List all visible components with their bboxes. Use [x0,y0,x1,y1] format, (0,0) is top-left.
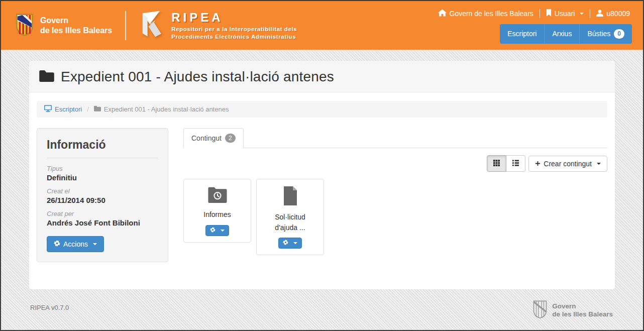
bookmark-icon [546,9,552,18]
header-divider [125,11,126,40]
app-name: RIPEA [171,11,297,25]
nav-busties[interactable]: Bústies 0 [579,24,632,43]
footer-govern-text: Govern de les Illes Balears [552,302,613,318]
govern-name-line2: de les Illes Balears [40,26,112,36]
gear-icon [210,227,216,234]
nav-escriptori-label: Escriptori [507,30,536,38]
app-subtitle-line2: Procediments Electrónics Administratius [171,33,297,41]
field-label-creat-el: Creat el [47,187,158,195]
page-title-strip: Expedient 001 - Ajudes instal·lació ante… [29,61,615,92]
info-panel-title: Informació [47,138,158,152]
caret-down-icon [293,242,297,244]
content-item-informes-label: Informes [190,209,245,219]
content-column: Contingut 2 [183,128,607,262]
link-govern-home-label: Govern de les Illes Balears [450,10,533,18]
gear-icon [283,240,288,247]
balearic-coat-of-arms-icon [15,13,34,38]
page-footer: RIPEA v0.7.0 Govern [29,289,615,321]
info-column: Informació Tipus Definitiu Creat el 26/1… [37,128,168,262]
crear-contingut-label: Crear contingut [544,160,592,168]
content-item-sollicitud-label: Sol·licitud d'ajuda ... [263,212,317,233]
informes-actions-button[interactable] [205,225,229,236]
tab-contingut-count-badge: 2 [225,134,236,143]
nav-busties-label: Bústies [587,30,610,38]
content-items: Informes [183,179,607,255]
govern-brand-text: Govern de les Illes Balears [40,16,112,36]
busties-count-badge: 0 [614,29,624,38]
nav-arxius-label: Arxius [552,30,572,38]
app-subtitle: Repositori per a la Interoperatibilitat … [171,26,297,41]
caret-down-icon [221,230,225,232]
field-label-tipus: Tipus [47,165,158,172]
govern-name-line1: Govern [40,16,112,26]
ripea-brand-text: RIPEA Repositori per a la Interoperatibi… [171,11,297,41]
caret-down-icon [597,163,601,165]
main-area: Expedient 001 - Ajudes instal·lació ante… [1,50,643,321]
header-right: Govern de les Illes Balears Usuari u8000… [438,7,632,43]
breadcrumb-escriptori[interactable]: Escriptori [44,105,82,114]
document-icon [283,186,298,207]
list-view-button[interactable] [506,155,525,172]
content-container: Expedient 001 - Ajudes instal·lació ante… [29,61,615,289]
breadcrumb-current: Expedient 001 - Ajudes instal·lació ante… [94,105,229,113]
field-label-creat-per: Creat per [47,210,158,217]
app-subtitle-line1: Repositori per a la Interoperatibilitat … [171,26,297,33]
home-icon [438,9,447,18]
field-value-creat-el: 26/11/2014 09:50 [47,196,158,204]
tab-contingut[interactable]: Contingut 2 [183,128,244,148]
folder-clock-icon [207,186,228,205]
grid-view-icon [493,160,500,168]
page-title: Expedient 001 - Ajudes instal·lació ante… [61,69,334,85]
footer-govern-line2: de les Illes Balears [552,310,613,318]
caret-down-icon [93,243,97,245]
crear-contingut-button[interactable]: Crear contingut [528,156,607,172]
view-toggle-group [487,155,525,172]
content-item-informes[interactable]: Informes [183,179,251,242]
content-toolbar: Crear contingut [183,155,607,172]
breadcrumb: Escriptori / Expedient 001 - Ajudes inst… [37,101,607,118]
app-version: RIPEA v0.7.0 [30,300,69,311]
field-value-creat-per: Andrés José Font Bibiloni [47,218,158,227]
ripea-logo-icon [136,10,165,41]
ripea-brand: RIPEA Repositori per a la Interoperatibi… [136,10,297,41]
footer-govern-line1: Govern [552,302,613,310]
accions-button[interactable]: Accions [47,236,104,252]
link-usuari-menu[interactable]: Usuari [540,9,590,18]
link-usuari-label: Usuari [555,10,575,18]
breadcrumb-separator: / [85,105,90,113]
info-panel-divider [47,158,158,158]
list-view-icon [512,160,519,168]
accions-button-label: Accions [63,240,88,248]
content-item-sollicitud[interactable]: Sol·licitud d'ajuda ... [256,179,324,255]
nav-arxius[interactable]: Arxius [544,24,579,43]
balearic-coat-of-arms-gray-icon [532,300,548,321]
tab-bar: Contingut 2 [183,128,607,148]
footer-govern-logo: Govern de les Illes Balears [532,300,614,321]
info-panel: Informació Tipus Definitiu Creat el 26/1… [37,128,168,262]
plus-icon [535,160,541,168]
sollicitud-actions-button[interactable] [278,238,302,249]
app-window: Govern de les Illes Balears RIPEA Reposi… [0,0,644,331]
current-user-label: u80009 [606,10,630,18]
top-links: Govern de les Illes Balears Usuari u8000… [438,9,632,18]
govern-brand: Govern de les Illes Balears [15,13,112,38]
user-icon [596,10,603,18]
grid-view-button[interactable] [487,155,506,172]
main-nav: Escriptori Arxius Bústies 0 [500,24,632,43]
folder-icon [39,70,54,84]
tab-contingut-label: Contingut [191,134,222,142]
breadcrumb-current-label: Expedient 001 - Ajudes instal·lació ante… [104,105,229,113]
content-row: Informació Tipus Definitiu Creat el 26/1… [29,118,615,262]
top-header: Govern de les Illes Balears RIPEA Reposi… [1,1,643,50]
caret-down-icon [580,13,584,15]
folder-small-icon [94,105,101,113]
breadcrumb-escriptori-label: Escriptori [55,105,82,113]
field-value-tipus: Definitiu [47,173,158,182]
link-govern-home[interactable]: Govern de les Illes Balears [438,9,540,18]
gear-icon [54,240,60,248]
nav-escriptori[interactable]: Escriptori [500,24,544,43]
desktop-icon [44,105,52,114]
link-current-user[interactable]: u80009 [590,10,632,18]
